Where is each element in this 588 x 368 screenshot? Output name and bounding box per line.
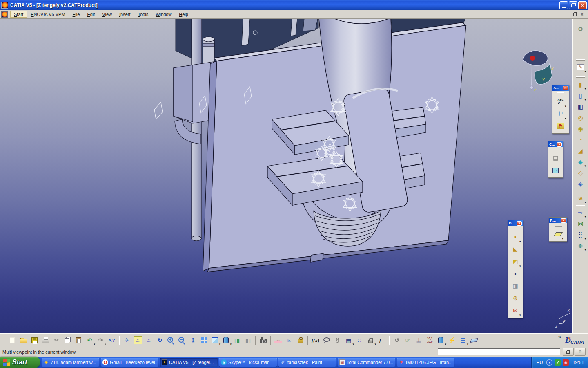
snap-coordinates-button[interactable]: 10,1 10,0	[424, 335, 435, 346]
menu-item-file[interactable]: File	[69, 11, 84, 18]
knowledge-template-button[interactable]: ∷	[354, 335, 365, 346]
isometric-view-button[interactable]: ▾	[209, 335, 220, 346]
task-skype[interactable]: SSkype™ - kicsa-man	[219, 358, 277, 367]
constraints-toolbar-title[interactable]: C...×	[548, 141, 563, 147]
annotations-toolbar[interactable]: A...× ABC▾⚐▾⚑	[552, 85, 569, 134]
toolbar-drag-handle[interactable]	[576, 21, 585, 22]
clock[interactable]: 19:51	[572, 360, 584, 365]
document-system-icon[interactable]	[1, 11, 8, 18]
dropdown-caret-icon[interactable]: ▾	[519, 240, 521, 243]
dropdown-caret-icon[interactable]: ▾	[584, 201, 586, 204]
loft-button[interactable]: ◇	[575, 167, 586, 178]
constraint-dimension-button[interactable]: ↔	[550, 164, 561, 176]
menu-item-enovia-v5-vpm[interactable]: ENOVIA V5 VPM	[27, 11, 69, 18]
split-button[interactable]: ◧	[575, 101, 586, 112]
stiffener-button[interactable]: ◢	[575, 145, 586, 156]
menu-item-help[interactable]: Help	[175, 11, 192, 18]
menu-item-view[interactable]: View	[98, 11, 116, 18]
update-button[interactable]: ⚙	[575, 23, 586, 34]
dropdown-caret-icon[interactable]: ▾	[562, 237, 564, 240]
thick-surface-button[interactable]: ≋▾	[575, 193, 586, 204]
sketcher-button[interactable]: ✎▾	[575, 62, 586, 73]
3d-viewport[interactable]: x y z x y z A...× ABC▾⚐▾⚑	[0, 19, 572, 333]
close-icon[interactable]: ×	[557, 142, 562, 147]
toolbar-drag-handle[interactable]	[4, 336, 5, 345]
normal-view-button[interactable]: ↥	[187, 335, 198, 346]
axis-system-button[interactable]: ⊥	[413, 335, 424, 346]
mdi-minimize-button[interactable]	[565, 11, 572, 18]
flag-note-with-leader-button[interactable]: ⚐▾	[555, 108, 566, 120]
constraints-toolbar[interactable]: C...× ▤↔	[548, 141, 563, 178]
edge-fillet-button[interactable]: ◗▾	[510, 231, 521, 243]
drag-handle[interactable]	[557, 92, 564, 94]
chamfer-button[interactable]: ◣	[510, 243, 521, 255]
rib-button[interactable]: ◔	[575, 134, 586, 145]
language-indicator[interactable]: HU	[537, 360, 543, 365]
task-gmail-opera[interactable]: OGmail - Beérkező level...	[101, 358, 158, 367]
menu-item-insert[interactable]: Insert	[116, 11, 134, 18]
task-catia[interactable]: ✦CATIA V5 - [Z tengel...	[160, 358, 218, 367]
power-input-lock-button[interactable]: ⊛	[575, 348, 586, 356]
plane-button[interactable]: ▾	[552, 228, 564, 240]
design-table-button[interactable]: ▦▾	[343, 335, 354, 346]
recycle-button[interactable]: ↺	[391, 335, 402, 346]
whats-this-button[interactable]: ↖?	[106, 335, 117, 346]
body-object-button[interactable]: ▾	[435, 335, 446, 346]
measure-between-button[interactable]: ↔	[273, 335, 284, 346]
dropdown-caret-icon[interactable]: ▾	[519, 314, 521, 316]
close-icon[interactable]: ×	[517, 221, 522, 226]
restore-button[interactable]	[569, 1, 577, 9]
knowledge-comment-button[interactable]	[321, 335, 332, 346]
remove-face-button[interactable]: ⊠▾	[510, 304, 521, 316]
redo-button[interactable]: ↷▾	[95, 335, 106, 346]
multi-view-button[interactable]	[198, 335, 209, 346]
constraints-bed-button[interactable]: ▤	[550, 152, 561, 164]
reference-elements-toolbar-title[interactable]: R...×	[549, 218, 567, 223]
menu-item-window[interactable]: Window	[152, 11, 175, 18]
toolbar-drag-handle[interactable]	[576, 59, 585, 61]
lock-button[interactable]: ▾	[365, 335, 376, 346]
support-rod[interactable]	[192, 19, 202, 241]
measure-item-button[interactable]: ⊾	[284, 335, 295, 346]
task-total-commander[interactable]: ▦Total Commander 7.0...	[338, 358, 395, 367]
scaling-button[interactable]: ⊛▾	[575, 240, 586, 251]
check-analysis-button[interactable]: }=	[376, 335, 387, 346]
dropdown-caret-icon[interactable]: ▾	[584, 164, 586, 167]
dropdown-caret-icon[interactable]: ▾	[519, 265, 521, 267]
menu-item-start[interactable]: Start	[10, 11, 27, 18]
pocket-button[interactable]: ▯▾	[575, 90, 586, 101]
eraser-button[interactable]	[468, 335, 479, 346]
dress-up-features-toolbar[interactable]: D...× ◗▾◣◩▾◖◨⊕⊠▾	[508, 220, 523, 318]
knowledge-expert-button[interactable]: §	[332, 335, 343, 346]
tray-hide-icons-button[interactable]: ‹	[546, 359, 552, 366]
tray-status-ok-icon[interactable]: ✓	[555, 359, 561, 366]
pad-button[interactable]: ▮▾	[575, 79, 586, 90]
multi-sections-solid-button[interactable]: ◆▾	[575, 156, 586, 167]
task-winamp[interactable]: ⚡718. adam lambert:w...	[42, 358, 99, 367]
toolbar-drag-handle[interactable]	[576, 76, 585, 78]
close-button[interactable]: ×	[578, 1, 587, 9]
thickness-button[interactable]: ◨	[510, 280, 521, 292]
hole-button[interactable]: ◉	[575, 123, 586, 134]
text-with-leader-button[interactable]: ABC▾	[555, 95, 566, 108]
manipulation-button[interactable]: ☞	[402, 335, 413, 346]
power-input-field[interactable]	[438, 348, 560, 355]
reference-elements-toolbar[interactable]: R...× ▾	[549, 217, 567, 242]
dropdown-caret-icon[interactable]: ▾	[584, 70, 586, 73]
thread-tap-button[interactable]: ⊕	[510, 292, 521, 304]
dropdown-caret-icon[interactable]: ▾	[584, 248, 586, 251]
open-button[interactable]	[18, 335, 29, 346]
shading-mode-button[interactable]: ▾	[220, 335, 232, 346]
swap-visible-space-button[interactable]: ◧	[243, 335, 254, 346]
view-compass[interactable]: x y z	[523, 51, 554, 92]
dropdown-caret-icon[interactable]: ▾	[584, 98, 586, 101]
paste-button[interactable]	[73, 335, 84, 346]
formula-button[interactable]: f(x)	[310, 335, 321, 346]
dialog-restore-button[interactable]	[563, 348, 574, 356]
dropdown-caret-icon[interactable]: ▾	[584, 87, 586, 90]
cut-button[interactable]: ✂	[51, 335, 62, 346]
dropdown-caret-icon[interactable]: ▾	[565, 117, 566, 120]
task-irfanview[interactable]: ✶IM001286.JPG - Irfan...	[397, 358, 454, 367]
tray-app-icon[interactable]: ◈	[563, 359, 569, 366]
annotation-3d-button[interactable]: ⚑	[555, 120, 566, 132]
